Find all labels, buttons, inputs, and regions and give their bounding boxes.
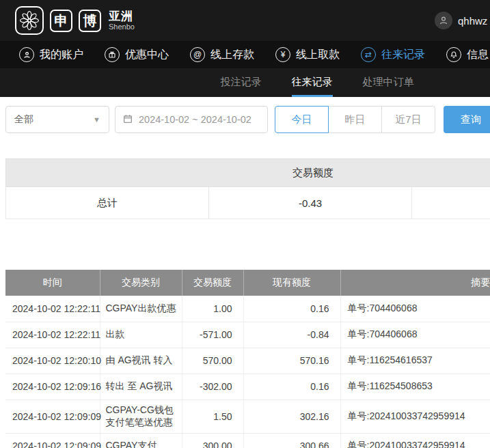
summary-empty-cell xyxy=(412,187,490,219)
cell-time: 2024-10-02 12:22:11 xyxy=(5,296,100,322)
table-row: 2024-10-02 12:09:16 转出 至 AG视讯 -302.00 0.… xyxy=(5,374,490,400)
brand-logo[interactable]: 申 博 亚洲 Shenbo xyxy=(15,6,135,35)
record-tabs: 投注记录 往来记录 处理中订单 xyxy=(0,68,490,97)
nav-item-withdraw[interactable]: ¥ 线上取款 xyxy=(275,47,340,62)
cell-memo: 单号:704406068 xyxy=(340,296,490,322)
chevron-down-icon: ▼ xyxy=(93,115,100,124)
exchange-icon: ⇄ xyxy=(361,47,376,62)
col-header-memo: 摘要 xyxy=(340,270,490,296)
bell-icon xyxy=(446,47,461,62)
nav-item-label: 优惠中心 xyxy=(125,48,169,62)
main-nav: 我的账户 优惠中心 @ 线上存款 ¥ 线上取款 ⇄ 往来记录 信息 xyxy=(0,41,490,68)
cell-memo: 单号:116254616537 xyxy=(340,348,490,374)
cell-balance: 300.66 xyxy=(243,433,340,448)
cell-amount: 1.50 xyxy=(182,400,243,433)
tab-processing-orders[interactable]: 处理中订单 xyxy=(363,68,414,97)
date-range-value: 2024-10-02 ~ 2024-10-02 xyxy=(139,114,251,125)
nav-item-label: 线上取款 xyxy=(296,48,340,62)
logo-region: 亚洲 xyxy=(109,10,135,23)
cell-balance: 0.16 xyxy=(243,374,340,400)
user-avatar-icon xyxy=(435,12,452,29)
cell-amount: -571.00 xyxy=(182,322,243,348)
cell-time: 2024-10-02 12:09:16 xyxy=(5,374,100,400)
nav-item-promotions[interactable]: 优惠中心 xyxy=(105,47,169,62)
cell-memo: 单号:202410033742959914 xyxy=(340,400,490,433)
cell-balance: -0.84 xyxy=(243,322,340,348)
top-header: 申 博 亚洲 Shenbo qhhwz xyxy=(0,0,490,41)
withdraw-icon: ¥ xyxy=(275,47,290,62)
col-header-type: 交易类别 xyxy=(100,270,182,296)
records-table: 时间 交易类别 交易额度 现有额度 摘要 2024-10-02 12:22:11… xyxy=(5,270,490,448)
page: 申 博 亚洲 Shenbo qhhwz 我的账户 优惠中心 xyxy=(0,0,490,448)
summary-header: 交易额度 xyxy=(6,159,490,187)
table-row: 2024-10-02 12:22:11 出款 -571.00 -0.84 单号:… xyxy=(5,322,490,348)
username: qhhwz xyxy=(458,15,487,27)
deposit-icon: @ xyxy=(190,47,205,62)
summary-total-row: 总计 -0.43 xyxy=(6,187,490,219)
logo-text: 亚洲 Shenbo xyxy=(109,10,135,31)
col-header-amount: 交易额度 xyxy=(182,270,243,296)
cell-type: CGPAY-CG钱包支付笔笔送优惠 xyxy=(100,400,182,433)
cell-time: 2024-10-02 12:09:09 xyxy=(5,400,100,433)
summary-total-label: 总计 xyxy=(6,187,209,219)
type-select-value: 全部 xyxy=(14,113,33,126)
cell-memo: 单号:116254508653 xyxy=(340,374,490,400)
logo-char-shen: 申 xyxy=(50,10,72,32)
calendar-icon xyxy=(122,113,133,126)
table-row: 2024-10-02 12:22:11 CGPAY出款优惠 1.00 0.16 … xyxy=(5,296,490,322)
cell-amount: 300.00 xyxy=(182,433,243,448)
type-select[interactable]: 全部 ▼ xyxy=(5,106,109,133)
yesterday-button[interactable]: 昨日 xyxy=(328,106,382,133)
cell-balance: 570.16 xyxy=(243,348,340,374)
tab-betting-records[interactable]: 投注记录 xyxy=(221,68,262,97)
cell-balance: 302.16 xyxy=(243,400,340,433)
cell-time: 2024-10-02 12:09:09 xyxy=(5,433,100,448)
summary-table: 交易额度 总计 -0.43 xyxy=(5,158,490,219)
cell-amount: 1.00 xyxy=(182,296,243,322)
logo-char-bo: 博 xyxy=(79,10,101,32)
tab-transaction-records[interactable]: 往来记录 xyxy=(292,68,333,97)
nav-item-my-account[interactable]: 我的账户 xyxy=(19,47,83,62)
table-row: 2024-10-02 12:09:09 CGPAY支付 300.00 300.6… xyxy=(5,433,490,448)
cell-type: 由 AG视讯 转入 xyxy=(100,348,182,374)
cell-balance: 0.16 xyxy=(243,296,340,322)
search-button[interactable]: 查询 xyxy=(444,106,490,133)
table-row: 2024-10-02 12:09:09 CGPAY-CG钱包支付笔笔送优惠 1.… xyxy=(5,400,490,433)
col-header-time: 时间 xyxy=(5,270,100,296)
cell-type: 转出 至 AG视讯 xyxy=(100,374,182,400)
cell-type: 出款 xyxy=(100,322,182,348)
quick-range-group: 今日 昨日 近7日 xyxy=(275,106,435,133)
cell-amount: 570.00 xyxy=(182,348,243,374)
cell-memo: 单号:202410033742959914 xyxy=(340,433,490,448)
summary-total-value: -0.43 xyxy=(209,187,412,219)
gift-icon xyxy=(105,47,120,62)
records-header-row: 时间 交易类别 交易额度 现有额度 摘要 xyxy=(5,270,490,296)
date-range-input[interactable]: 2024-10-02 ~ 2024-10-02 xyxy=(115,106,268,133)
nav-item-label: 线上存款 xyxy=(210,48,254,62)
nav-item-label: 我的账户 xyxy=(40,48,83,62)
logo-brand-name: Shenbo xyxy=(109,23,135,31)
lotus-flower-icon xyxy=(15,6,44,35)
summary-header-row: 交易额度 xyxy=(6,159,490,187)
filter-bar: 全部 ▼ 2024-10-02 ~ 2024-10-02 今日 昨日 近7日 查… xyxy=(0,97,490,142)
nav-item-transaction-records[interactable]: ⇄ 往来记录 xyxy=(361,47,425,62)
user-account[interactable]: qhhwz xyxy=(435,0,487,41)
cell-type: CGPAY支付 xyxy=(100,433,182,448)
nav-item-label: 往来记录 xyxy=(381,48,425,62)
cell-type: CGPAY出款优惠 xyxy=(100,296,182,322)
table-row: 2024-10-02 12:20:10 由 AG视讯 转入 570.00 570… xyxy=(5,348,490,374)
user-icon xyxy=(19,47,34,62)
nav-item-deposit[interactable]: @ 线上存款 xyxy=(190,47,254,62)
cell-time: 2024-10-02 12:22:11 xyxy=(5,322,100,348)
col-header-balance: 现有额度 xyxy=(243,270,340,296)
cell-amount: -302.00 xyxy=(182,374,243,400)
nav-item-label: 信息 xyxy=(467,48,489,62)
cell-memo: 单号:704406068 xyxy=(340,322,490,348)
last-7-days-button[interactable]: 近7日 xyxy=(381,106,435,133)
cell-time: 2024-10-02 12:20:10 xyxy=(5,348,100,374)
today-button[interactable]: 今日 xyxy=(275,106,329,133)
nav-item-messages[interactable]: 信息 xyxy=(446,47,489,62)
